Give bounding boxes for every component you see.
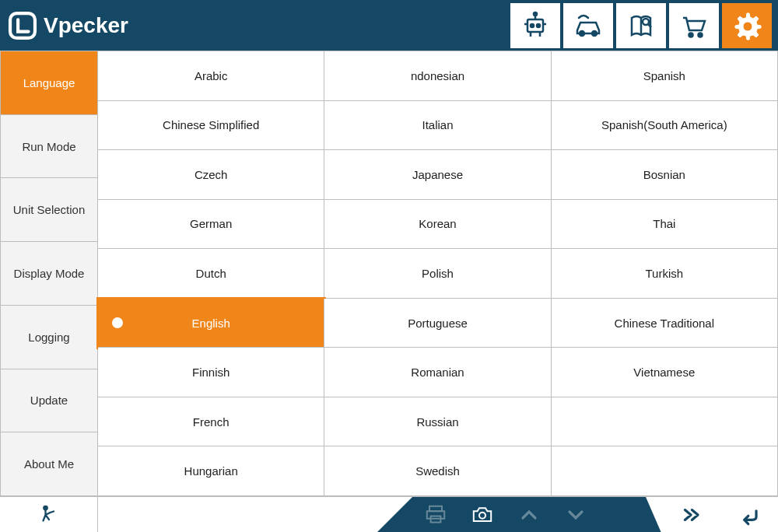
language-label: Finnish xyxy=(192,366,230,379)
robot-icon xyxy=(520,10,551,41)
up-icon xyxy=(517,502,541,527)
language-option[interactable]: Czech xyxy=(98,150,324,200)
language-option[interactable]: Dutch xyxy=(98,249,324,299)
exit-button[interactable] xyxy=(0,497,98,532)
language-option[interactable]: English xyxy=(98,299,324,348)
run-icon xyxy=(37,503,61,527)
down-icon xyxy=(563,502,588,527)
gear-icon xyxy=(731,10,762,41)
app-name: Vpecker xyxy=(44,13,128,38)
sidebar-item-label: Run Mode xyxy=(22,140,75,153)
sidebar-item-label: About Me xyxy=(24,457,74,471)
language-option[interactable]: Finnish xyxy=(98,348,324,397)
sidebar-item-logging[interactable]: Logging xyxy=(0,306,98,369)
language-label: Spanish xyxy=(643,69,685,82)
language-label: Chinese Simplified xyxy=(163,118,259,131)
footer-bar xyxy=(0,496,778,532)
language-option[interactable]: Italian xyxy=(324,101,551,151)
language-label: Swedish xyxy=(415,464,460,478)
language-option-empty xyxy=(552,397,778,447)
sidebar-item-unit-selection[interactable]: Unit Selection xyxy=(0,178,98,242)
language-label: ndonesian xyxy=(411,69,464,82)
language-option[interactable]: Polish xyxy=(324,249,551,299)
language-label: Turkish xyxy=(646,267,684,280)
header-bar: Vpecker xyxy=(0,0,778,51)
language-label: Bosnian xyxy=(643,168,685,181)
language-label: Polish xyxy=(422,267,454,280)
svg-point-17 xyxy=(743,22,752,31)
language-option[interactable]: Russian xyxy=(324,397,551,447)
sidebar-item-label: Unit Selection xyxy=(13,203,86,216)
manual-button[interactable] xyxy=(616,3,666,48)
language-label: English xyxy=(192,317,230,330)
language-label: Chinese Traditional xyxy=(615,317,714,330)
back-icon xyxy=(738,502,763,527)
language-label: German xyxy=(190,217,232,230)
store-button[interactable] xyxy=(669,3,719,48)
language-option[interactable]: Chinese Simplified xyxy=(98,101,324,151)
diagnose-button[interactable] xyxy=(510,3,560,48)
language-grid: ArabicndonesianSpanishChinese Simplified… xyxy=(98,51,778,496)
svg-point-16 xyxy=(699,33,703,37)
cart-icon xyxy=(678,10,710,41)
print-button[interactable] xyxy=(412,497,459,533)
sidebar-item-update[interactable]: Update xyxy=(0,369,98,433)
language-label: Vietnamese xyxy=(633,366,695,379)
sidebar-item-display-mode[interactable]: Display Mode xyxy=(0,242,98,306)
language-option[interactable]: Korean xyxy=(324,200,551,250)
language-option[interactable]: Japanese xyxy=(324,150,551,200)
language-label: Czech xyxy=(194,168,228,181)
app-logo: Vpecker xyxy=(6,9,128,42)
language-option[interactable]: Turkish xyxy=(552,249,778,299)
language-label: Japanese xyxy=(412,168,463,181)
up-button[interactable] xyxy=(506,497,552,533)
vehicle-button[interactable] xyxy=(563,3,613,48)
language-option[interactable]: Bosnian xyxy=(552,150,778,200)
language-option[interactable]: French xyxy=(98,397,324,447)
language-label: French xyxy=(193,415,230,429)
print-icon xyxy=(423,502,448,527)
language-option[interactable]: Vietnamese xyxy=(552,348,778,397)
sidebar-item-run-mode[interactable]: Run Mode xyxy=(0,115,98,179)
back-button[interactable] xyxy=(724,497,778,532)
language-label: Spanish(South America) xyxy=(601,118,727,131)
language-label: Thai xyxy=(653,217,675,230)
language-option[interactable]: Arabic xyxy=(98,51,324,101)
language-label: Romanian xyxy=(411,366,464,379)
sidebar-item-label: Language xyxy=(23,76,75,89)
sidebar-item-about-me[interactable]: About Me xyxy=(0,432,98,496)
logo-icon xyxy=(6,9,39,42)
language-option[interactable]: ndonesian xyxy=(324,51,551,101)
language-option-empty xyxy=(552,446,778,496)
language-option[interactable]: Spanish(South America) xyxy=(552,101,778,151)
svg-point-10 xyxy=(580,31,584,36)
settings-sidebar: Language Run Mode Unit Selection Display… xyxy=(0,51,98,496)
language-option[interactable]: Thai xyxy=(552,200,778,250)
down-button[interactable] xyxy=(552,497,599,533)
language-label: Korean xyxy=(419,217,456,230)
svg-point-13 xyxy=(643,19,649,25)
svg-point-11 xyxy=(592,31,597,36)
language-label: Italian xyxy=(422,118,453,131)
language-label: Arabic xyxy=(194,69,228,82)
language-option[interactable]: German xyxy=(98,200,324,250)
svg-point-3 xyxy=(537,24,540,27)
svg-point-15 xyxy=(689,33,693,37)
settings-button[interactable] xyxy=(722,3,772,48)
language-option[interactable]: Swedish xyxy=(324,446,551,496)
sidebar-item-label: Logging xyxy=(28,331,69,344)
camera-icon xyxy=(470,502,495,527)
sidebar-item-language[interactable]: Language xyxy=(0,51,98,115)
language-option[interactable]: Portuguese xyxy=(324,299,551,348)
language-label: Dutch xyxy=(196,267,226,280)
svg-point-22 xyxy=(479,512,485,518)
language-label: Russian xyxy=(416,415,458,429)
sidebar-item-label: Display Mode xyxy=(14,267,85,280)
language-option[interactable]: Hungarian xyxy=(98,446,324,496)
screenshot-button[interactable] xyxy=(459,497,506,533)
language-option[interactable]: Romanian xyxy=(324,348,551,397)
language-option[interactable]: Chinese Traditional xyxy=(552,299,778,348)
language-option[interactable]: Spanish xyxy=(552,51,778,101)
sidebar-item-label: Update xyxy=(30,394,68,407)
next-icon xyxy=(680,502,705,527)
